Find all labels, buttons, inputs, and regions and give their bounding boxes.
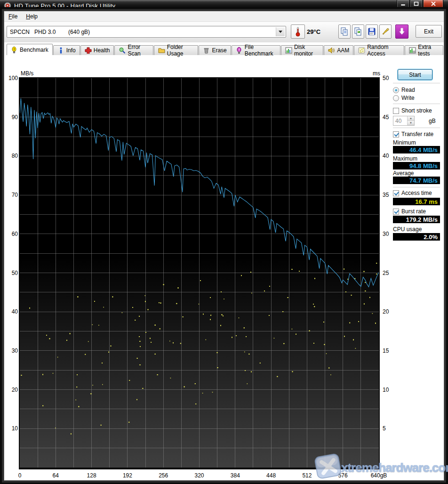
maximum-value: 94.8 MB/s <box>393 162 440 169</box>
save-button[interactable] <box>366 24 378 39</box>
maximum-label: Maximum <box>393 155 417 162</box>
write-radio[interactable] <box>393 95 399 101</box>
tab-random-access[interactable]: Random Access <box>354 45 404 55</box>
tab-folder-usage[interactable]: Folder Usage <box>154 45 199 55</box>
maximize-button[interactable] <box>410 0 423 8</box>
axis-tick-label: 20 <box>5 387 18 393</box>
write-radio-row[interactable]: Write <box>393 95 415 101</box>
axis-tick-label: 64 <box>44 472 67 479</box>
random-access-icon <box>358 47 365 54</box>
axis-tick-label: 50 <box>5 270 18 276</box>
menu-file[interactable]: File <box>4 12 22 21</box>
axis-tick-label: 128 <box>80 472 103 479</box>
axis-tick-label: 10 <box>383 387 389 393</box>
spinner-up-icon[interactable]: ▲ <box>408 116 414 121</box>
short-stroke-spinner[interactable]: 40 ▲▼ <box>393 116 415 126</box>
axis-tick-label: 10 <box>5 425 18 432</box>
access-time-checkbox[interactable] <box>393 190 399 196</box>
drive-selector-value: SPCCN PHD 3.0 (640 gB) <box>10 29 90 35</box>
read-radio[interactable] <box>393 87 399 93</box>
axis-tick-label: 60 <box>5 231 18 237</box>
axis-tick-label: 80 <box>5 153 18 159</box>
thermometer-icon <box>295 26 301 37</box>
spinner-down-icon[interactable]: ▼ <box>408 121 414 126</box>
copy-image-button[interactable] <box>352 24 364 39</box>
tab-label: Extra tests <box>418 44 439 57</box>
axis-tick-label: 576 <box>332 472 354 479</box>
axis-tick-label: 35 <box>383 192 389 198</box>
tab-benchmark[interactable]: Benchmark <box>7 44 53 55</box>
chevron-down-icon <box>279 31 282 33</box>
burst-rate-checkbox[interactable] <box>393 209 399 215</box>
chart-canvas <box>20 78 379 468</box>
axis-tick-label: 45 <box>383 114 389 121</box>
copy-text-button[interactable] <box>338 24 351 39</box>
menu-help[interactable]: Help <box>22 12 42 21</box>
transfer-rate-row[interactable]: Transfer rate <box>393 131 433 137</box>
spinner-buttons[interactable]: ▲▼ <box>407 116 414 125</box>
minimum-value: 46.4 MB/s <box>393 146 440 153</box>
transfer-rate-checkbox[interactable] <box>393 131 399 137</box>
start-label: Start <box>409 72 421 78</box>
tab-health[interactable]: Health <box>80 45 114 55</box>
tab-error-scan[interactable]: Error Scan <box>114 45 153 55</box>
read-radio-row[interactable]: Read <box>393 87 415 93</box>
app-window: HD Tune Pro 5.00 - Hard Disk Utility Fil… <box>0 0 448 484</box>
axis-tick-label: 5 <box>383 425 386 432</box>
drive-selector[interactable]: SPCCN PHD 3.0 (640 gB) <box>7 26 286 38</box>
tab-erase[interactable]: Erase <box>199 45 231 55</box>
axis-tick-label: 100 <box>5 75 18 81</box>
benchmark-chart <box>19 77 380 469</box>
close-button[interactable] <box>423 0 443 8</box>
axis-tick-label: 384 <box>224 472 247 479</box>
tab-label: Disk monitor <box>294 44 319 57</box>
minimize-icon <box>400 2 406 6</box>
start-button[interactable]: Start <box>398 69 432 80</box>
separator <box>393 128 440 129</box>
short-stroke-label: Short stroke <box>401 107 432 114</box>
tab-file-benchmark[interactable]: File Benchmark <box>232 45 280 55</box>
axis-tick-label: 30 <box>383 231 389 237</box>
tab-label: Benchmark <box>20 47 48 53</box>
tab-aam[interactable]: AAM <box>324 45 353 55</box>
title-bar: HD Tune Pro 5.00 - Hard Disk Utility <box>0 0 448 11</box>
toolbar: SPCCN PHD 3.0 (640 gB) 29°C <box>4 22 444 43</box>
extra-tests-icon <box>409 47 416 54</box>
exit-button[interactable]: Exit <box>416 25 442 38</box>
info-icon <box>57 47 64 54</box>
axis-tick-label: 640gB <box>368 472 390 479</box>
minimum-label: Minimum <box>393 139 416 146</box>
burst-rate-value: 179.2 MB/s <box>393 216 440 223</box>
burst-rate-row[interactable]: Burst rate <box>393 208 426 215</box>
close-icon <box>431 1 436 6</box>
tab-label: Info <box>66 47 76 54</box>
exit-label: Exit <box>424 28 433 35</box>
axis-tick-label: 30 <box>5 347 18 354</box>
short-stroke-checkbox[interactable] <box>393 108 399 114</box>
axis-tick-label: 50 <box>383 75 389 81</box>
minimize-button[interactable] <box>397 0 409 8</box>
y-right-unit-label: ms <box>373 70 380 77</box>
transfer-rate-label: Transfer rate <box>401 131 433 137</box>
health-cross-icon <box>85 47 92 54</box>
axis-tick-label: 320 <box>188 472 211 479</box>
tab-disk-monitor[interactable]: Disk monitor <box>281 45 323 55</box>
options-button[interactable] <box>379 24 392 39</box>
tab-label: Random Access <box>367 44 400 57</box>
cpu-usage-value: 2.0% <box>393 233 440 241</box>
speaker-icon <box>328 47 335 54</box>
app-icon <box>4 2 11 9</box>
short-stroke-row[interactable]: Short stroke <box>393 107 432 114</box>
drive-selector-arrow[interactable] <box>276 27 285 36</box>
temperature-button[interactable] <box>291 24 305 39</box>
tab-extra-tests[interactable]: Extra tests <box>405 45 443 55</box>
tab-label: Folder Usage <box>167 44 194 57</box>
tab-info[interactable]: Info <box>53 45 80 55</box>
download-results-button[interactable] <box>395 24 408 39</box>
access-time-row[interactable]: Access time <box>393 190 432 196</box>
temperature-value: 29°C <box>307 28 320 35</box>
copy-image-icon <box>354 27 362 36</box>
maximize-icon <box>414 1 419 6</box>
menu-bar: File Help <box>4 11 444 22</box>
axis-tick-label: 15 <box>383 347 389 354</box>
